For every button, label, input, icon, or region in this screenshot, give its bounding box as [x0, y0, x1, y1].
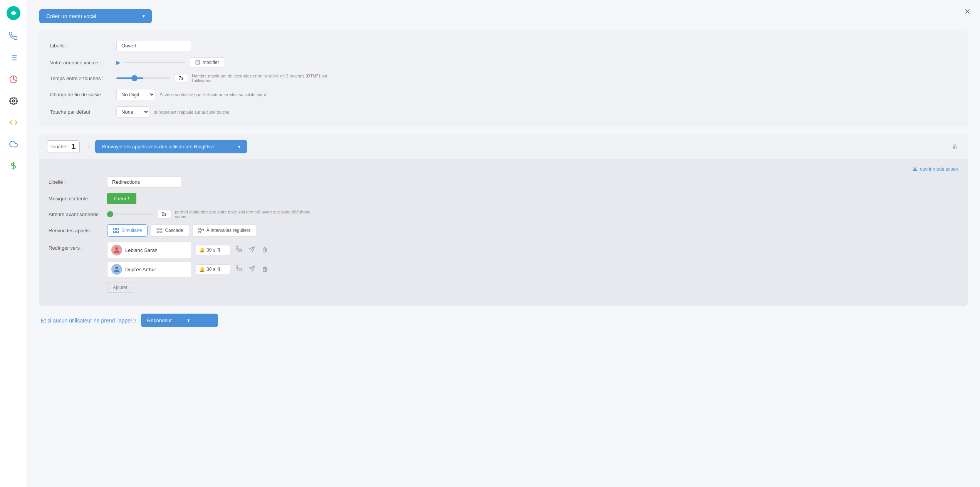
- annonce-label: Votre annonce vocale :: [50, 60, 112, 65]
- svg-rect-17: [116, 228, 118, 230]
- champ-label: Champ de fin de saisie: [50, 92, 112, 97]
- renvoi-tab-cascade[interactable]: Cascade: [151, 224, 189, 237]
- modifier-button[interactable]: modifier: [190, 57, 224, 67]
- renvoi-tabs: Simultané Cascade: [107, 224, 256, 237]
- inner-libelle-row: Libellé :: [49, 176, 958, 188]
- avatar-arthur-img: [112, 265, 121, 274]
- svg-point-1: [12, 11, 15, 15]
- attente-hint: permet d'attendre que votre texte soit t…: [175, 210, 314, 219]
- renvoi-tab-intervalles-label: À intervalles réguliers: [206, 228, 251, 233]
- rediriger-label: Rediriger vers :: [49, 242, 102, 251]
- action-dropdown[interactable]: Renvoyer les appels vers des utilisateur…: [95, 140, 247, 153]
- create-menu-dropdown[interactable]: Créer un menu vocal ▾: [39, 9, 152, 23]
- call-icon-arthur[interactable]: [234, 264, 243, 275]
- inner-libelle-input[interactable]: [107, 176, 182, 188]
- bottom-question-row: Et si aucun utilisateur ne prend l'appel…: [39, 314, 968, 327]
- touche-par-defaut-label: Touche par défaut: [50, 109, 112, 115]
- attente-label: Attente avant sonnerie: [49, 212, 102, 217]
- svg-rect-16: [113, 228, 115, 230]
- renvoi-row: Renvoi des appels : Simultané: [49, 224, 958, 237]
- inner-config: ouvrir mode expert Libellé : Musique d'a…: [39, 159, 968, 306]
- sidebar-chart-icon[interactable]: [8, 74, 19, 85]
- svg-rect-19: [116, 231, 118, 233]
- creer-button[interactable]: Créer !: [107, 193, 136, 204]
- audio-player: ▶ modifier: [116, 57, 224, 67]
- redirect-row-arthur: Duprès Arthur 🔔 30 s ⇅: [107, 261, 270, 277]
- attente-row: Attente avant sonnerie 0s permet d'atten…: [49, 210, 958, 219]
- expert-mode-button[interactable]: ouvrir mode expert: [912, 166, 958, 172]
- touch-prefix: touche :: [51, 144, 69, 149]
- inner-libelle-label: Libellé :: [49, 179, 102, 185]
- sidebar-code-icon[interactable]: [8, 117, 19, 128]
- play-button[interactable]: ▶: [116, 59, 121, 65]
- duration-arrows-sarah: ⇅: [217, 247, 221, 253]
- touche-par-defaut-hint: si l'appelant n'appuie sur aucune touche: [154, 110, 230, 114]
- attente-slider-group: 0s permet d'attendre que votre texte soi…: [107, 210, 314, 219]
- renvoi-tab-simultane[interactable]: Simultané: [107, 224, 148, 237]
- svg-point-29: [115, 247, 118, 250]
- send-icon-sarah[interactable]: [247, 245, 257, 255]
- user-name-sarah: Leblanc Sarah: [125, 247, 158, 253]
- temps-row: Temps entre 2 touches : 7s Nombre maximu…: [50, 74, 957, 83]
- renvoi-label: Renvoi des appels :: [49, 228, 102, 233]
- musique-row: Musique d'attente : Créer !: [49, 193, 958, 204]
- svg-rect-27: [201, 229, 203, 231]
- svg-rect-24: [160, 231, 162, 233]
- config-card: Libellé : Votre annonce vocale : ▶ modif…: [39, 31, 968, 127]
- duration-value-arthur: 30 s: [206, 267, 215, 272]
- avatar-sarah-img: [112, 246, 121, 254]
- temps-slider[interactable]: [116, 77, 170, 79]
- attente-value: 0s: [157, 210, 171, 218]
- touch-card: touche : 1 → Renvoyer les appels vers de…: [39, 134, 968, 306]
- delete-touch-button[interactable]: 🗑: [951, 142, 960, 152]
- repondeur-chevron-icon: ▾: [187, 317, 190, 323]
- champ-select[interactable]: No Digit: [116, 89, 155, 100]
- sidebar-settings-icon[interactable]: [8, 96, 19, 106]
- duration-arthur[interactable]: 🔔 30 s ⇅: [196, 264, 230, 274]
- delete-sarah-button[interactable]: 🗑: [260, 245, 270, 255]
- duration-sarah[interactable]: 🔔 30 s ⇅: [196, 245, 230, 255]
- avatar-arthur: [111, 264, 122, 275]
- champ-hint: Si vous souhaitez que l'utilisateur term…: [160, 92, 266, 97]
- libelle-row: Libellé :: [50, 40, 957, 51]
- sidebar-cloud-icon[interactable]: [8, 139, 19, 149]
- action-chevron-icon: ▾: [238, 144, 241, 149]
- svg-point-11: [197, 62, 198, 63]
- champ-row: Champ de fin de saisie No Digit Si vous …: [50, 89, 957, 100]
- expert-icon: [912, 166, 918, 172]
- svg-point-32: [115, 267, 118, 269]
- attente-slider[interactable]: [107, 213, 153, 215]
- logo[interactable]: [7, 6, 20, 20]
- user-select-arthur[interactable]: Duprès Arthur: [107, 261, 192, 277]
- bell-icon-arthur: 🔔: [199, 267, 205, 272]
- simultane-icon: [113, 227, 119, 233]
- sidebar-dollar-icon[interactable]: [8, 160, 19, 171]
- add-user-button[interactable]: Ajouter: [107, 282, 133, 293]
- call-icon-sarah[interactable]: [234, 245, 243, 255]
- user-select-sarah[interactable]: Leblanc Sarah: [107, 242, 192, 258]
- send-icon-arthur[interactable]: [247, 264, 257, 275]
- temps-value: 7s: [174, 74, 188, 82]
- delete-arthur-button[interactable]: 🗑: [260, 264, 270, 274]
- sidebar-list-icon[interactable]: [8, 52, 19, 63]
- svg-rect-23: [157, 231, 159, 233]
- touche-par-defaut-select[interactable]: None: [116, 106, 149, 118]
- temps-slider-group: 7s Nombre maximum de secondes entre la s…: [116, 74, 331, 83]
- avatar-sarah: [111, 245, 122, 255]
- temps-label: Temps entre 2 touches :: [50, 76, 112, 81]
- touch-number: 1: [71, 142, 76, 151]
- repondeur-dropdown[interactable]: Répondeur ▾: [141, 314, 218, 327]
- intervalles-icon: [198, 227, 204, 233]
- modifier-label: modifier: [203, 60, 219, 65]
- close-button[interactable]: ✕: [964, 7, 971, 16]
- repondeur-label: Répondeur: [147, 317, 172, 323]
- renvoi-tab-intervalles[interactable]: À intervalles réguliers: [192, 224, 257, 237]
- create-menu-label: Créer un menu vocal: [46, 13, 96, 19]
- libelle-input[interactable]: [116, 40, 191, 51]
- main-content: ✕ Créer un menu vocal ▾ Libellé : Votre …: [27, 0, 980, 487]
- sidebar-phone-icon[interactable]: [8, 31, 19, 42]
- musique-label: Musique d'attente :: [49, 196, 102, 202]
- renvoi-tab-simultane-label: Simultané: [121, 228, 142, 233]
- touch-header: touche : 1 → Renvoyer les appels vers de…: [39, 134, 968, 159]
- action-label: Renvoyer les appels vers des utilisateur…: [101, 144, 215, 149]
